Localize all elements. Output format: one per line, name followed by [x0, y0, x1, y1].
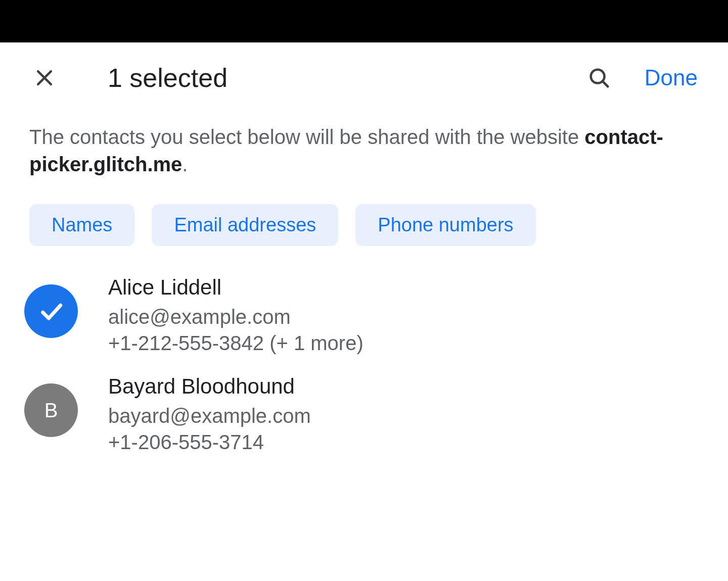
contact-row[interactable]: Alice Liddell alice@example.com +1-212-5… — [24, 266, 699, 365]
contact-email: alice@example.com — [108, 304, 363, 330]
property-chips: Names Email addresses Phone numbers — [0, 198, 728, 261]
svg-line-3 — [603, 81, 608, 87]
search-icon — [587, 66, 611, 89]
contact-info: Alice Liddell alice@example.com +1-212-5… — [108, 275, 363, 356]
contact-name: Bayard Bloodhound — [108, 374, 311, 399]
description-prefix: The contacts you select below will be sh… — [29, 126, 584, 148]
chip-email-addresses[interactable]: Email addresses — [152, 204, 338, 246]
chip-phone-numbers[interactable]: Phone numbers — [355, 204, 535, 246]
share-description: The contacts you select below will be sh… — [0, 113, 728, 198]
search-button[interactable] — [584, 63, 614, 93]
contact-info: Bayard Bloodhound bayard@example.com +1-… — [108, 374, 311, 455]
header: 1 selected Done — [0, 42, 728, 113]
contact-avatar-initial: B — [24, 383, 78, 437]
contact-avatar-selected — [24, 284, 78, 338]
page-title: 1 selected — [108, 63, 584, 93]
close-button[interactable] — [29, 63, 60, 93]
close-icon — [33, 67, 56, 89]
contact-picker-sheet: 1 selected Done The contacts you select … — [0, 42, 728, 464]
contact-phone: +1-206-555-3714 — [108, 429, 311, 455]
description-suffix: . — [182, 153, 188, 175]
check-icon — [37, 297, 65, 325]
chip-names[interactable]: Names — [29, 204, 134, 246]
contact-email: bayard@example.com — [108, 403, 311, 429]
contacts-list: Alice Liddell alice@example.com +1-212-5… — [0, 261, 728, 464]
device-status-bar — [0, 0, 728, 42]
contact-row[interactable]: B Bayard Bloodhound bayard@example.com +… — [24, 365, 699, 464]
contact-phone: +1-212-555-3842 (+ 1 more) — [108, 330, 363, 356]
done-button[interactable]: Done — [645, 65, 698, 90]
contact-name: Alice Liddell — [108, 275, 363, 300]
